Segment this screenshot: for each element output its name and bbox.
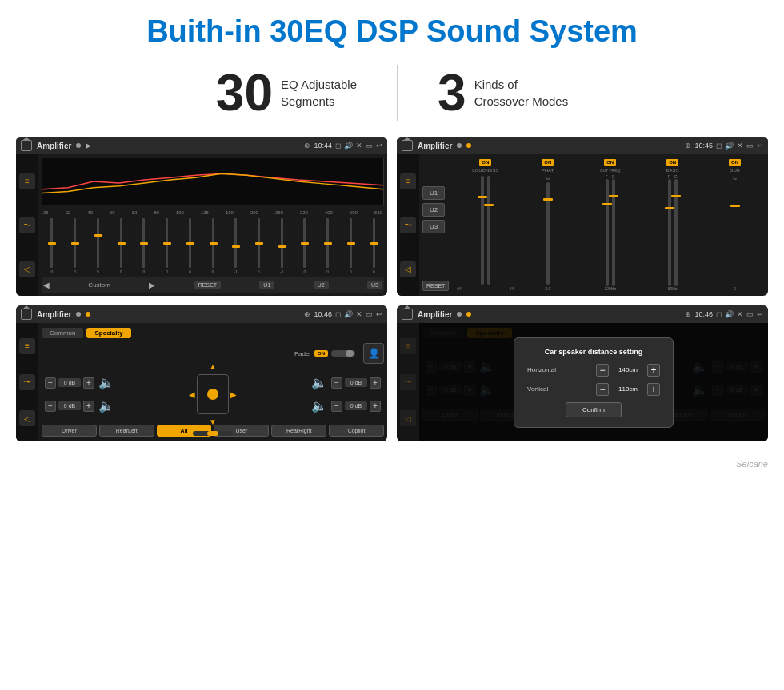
eq-icon-2[interactable]: ≡: [400, 173, 416, 189]
vertical-plus-btn[interactable]: +: [647, 383, 660, 396]
plus-btn-bl[interactable]: +: [83, 401, 94, 412]
back-icon-1[interactable]: ↩: [376, 142, 382, 150]
home-icon-1[interactable]: [21, 140, 32, 151]
eq-slider-8[interactable]: 0: [202, 218, 223, 274]
u1-btn[interactable]: U1: [422, 186, 445, 200]
left-panel-4: ≡ 〜 ◁: [397, 323, 419, 441]
plus-btn-tl[interactable]: +: [83, 377, 94, 389]
home-icon-2[interactable]: [402, 140, 413, 151]
bass-on[interactable]: ON: [666, 159, 678, 166]
horizontal-control: − 140cm +: [596, 364, 660, 377]
confirm-btn[interactable]: Confirm: [566, 402, 622, 417]
cutfreq-on[interactable]: ON: [604, 159, 616, 166]
tab-specialty-3[interactable]: Specialty: [86, 328, 130, 338]
eq-slider-12[interactable]: 0: [294, 218, 315, 274]
rearright-btn[interactable]: RearRight: [271, 425, 326, 437]
volume-icon-3[interactable]: 🔊: [344, 310, 353, 318]
cutfreq-slider-g[interactable]: [612, 179, 615, 286]
eq-prev-btn[interactable]: ◀: [43, 281, 50, 289]
window-icon-3[interactable]: ▭: [366, 310, 373, 318]
freq-100: 100: [176, 210, 184, 215]
eq-u1-btn[interactable]: U1: [259, 281, 274, 289]
section-loudness: ON LOUDNESS 64 64: [455, 159, 515, 291]
minus-btn-bl[interactable]: −: [45, 401, 56, 412]
wave-icon-1[interactable]: 〜: [19, 217, 35, 233]
arrow-right[interactable]: ▶: [230, 390, 237, 399]
plus-btn-br[interactable]: +: [370, 401, 381, 412]
back-icon-4[interactable]: ↩: [757, 310, 763, 318]
eq-u2-btn[interactable]: U2: [314, 281, 329, 289]
driver-btn[interactable]: Driver: [42, 425, 97, 437]
eq-u3-btn[interactable]: U3: [367, 281, 382, 289]
eq-slider-6[interactable]: 0: [157, 218, 178, 274]
arrow-left[interactable]: ◀: [189, 390, 195, 399]
loudness-on[interactable]: ON: [479, 159, 491, 166]
play-icon-1[interactable]: ▶: [86, 142, 91, 150]
minus-btn-tl[interactable]: −: [45, 377, 56, 389]
window-icon-2[interactable]: ▭: [746, 142, 754, 150]
back-icon-2[interactable]: ↩: [757, 142, 763, 150]
close-icon-4[interactable]: ✕: [737, 310, 743, 318]
arrow-down[interactable]: ▼: [209, 417, 217, 426]
eq-next-btn[interactable]: ▶: [149, 281, 155, 289]
home-icon-4[interactable]: [402, 309, 413, 320]
eq-slider-15[interactable]: 0: [363, 218, 384, 274]
eq-slider-9[interactable]: -1: [226, 218, 246, 274]
wave-icon-3[interactable]: 〜: [19, 374, 35, 390]
volume-icon-4[interactable]: 🔊: [725, 310, 734, 318]
sub-on[interactable]: ON: [729, 159, 741, 166]
eq-slider-7[interactable]: 0: [179, 218, 200, 274]
horizontal-plus-btn[interactable]: +: [647, 364, 660, 377]
person-icon-3[interactable]: 👤: [363, 343, 384, 364]
window-icon-1[interactable]: ▭: [366, 142, 373, 150]
fader-slider[interactable]: [331, 350, 355, 357]
close-icon-1[interactable]: ✕: [356, 142, 362, 150]
phat-slider-1[interactable]: [546, 182, 550, 285]
plus-btn-tr[interactable]: +: [370, 377, 381, 389]
eq-slider-2[interactable]: 0: [65, 218, 86, 274]
speaker-icon-3[interactable]: ◁: [19, 410, 35, 426]
eq-slider-10[interactable]: 0: [249, 218, 270, 274]
eq-slider-4[interactable]: 0: [110, 218, 131, 274]
bottom-fader[interactable]: [193, 431, 233, 436]
minus-btn-br[interactable]: −: [331, 401, 342, 412]
loudness-slider-1[interactable]: [481, 176, 484, 285]
horizontal-minus-btn[interactable]: −: [596, 364, 609, 377]
status-bar-3: Amplifier ⊕ 10:46 ◻ 🔊 ✕ ▭ ↩: [16, 305, 387, 323]
eq-slider-14[interactable]: 0: [341, 218, 362, 274]
vertical-minus-btn[interactable]: −: [596, 383, 609, 396]
volume-icon-1[interactable]: 🔊: [344, 142, 353, 150]
close-icon-2[interactable]: ✕: [737, 142, 743, 150]
close-icon-3[interactable]: ✕: [356, 310, 362, 318]
bass-label: BASS: [666, 168, 679, 173]
eq-icon-1[interactable]: ≡: [19, 173, 35, 189]
eq-reset-btn[interactable]: RESET: [194, 281, 221, 289]
eq-icon-3[interactable]: ≡: [19, 338, 35, 354]
volume-icon-2[interactable]: 🔊: [725, 142, 734, 150]
wave-icon-2[interactable]: 〜: [400, 217, 416, 233]
rearleft-btn[interactable]: RearLeft: [99, 425, 154, 437]
arrow-up[interactable]: ▲: [209, 362, 217, 371]
bass-slider-g[interactable]: [674, 179, 678, 286]
loudness-slider-2[interactable]: [487, 176, 490, 285]
eq-slider-11[interactable]: -1: [271, 218, 292, 274]
back-icon-3[interactable]: ↩: [376, 310, 382, 318]
speaker-icon-2[interactable]: ◁: [400, 261, 416, 277]
eq-slider-1[interactable]: 0: [42, 218, 62, 274]
reset-btn-cross[interactable]: RESET: [422, 281, 449, 291]
eq-slider-3[interactable]: 5: [87, 218, 108, 274]
freq-40: 40: [87, 210, 93, 215]
minus-btn-tr[interactable]: −: [331, 377, 342, 389]
tab-common-3[interactable]: Common: [42, 328, 83, 338]
copilot-btn[interactable]: Copilot: [329, 425, 384, 437]
home-icon-3[interactable]: [21, 309, 32, 320]
window-icon-4[interactable]: ▭: [746, 310, 754, 318]
stat-eq-number: 30: [216, 67, 273, 118]
fader-on[interactable]: ON: [314, 350, 328, 357]
u3-btn[interactable]: U3: [422, 220, 445, 233]
u2-btn[interactable]: U2: [422, 203, 445, 217]
eq-slider-13[interactable]: 0: [318, 218, 338, 274]
eq-slider-5[interactable]: 0: [134, 218, 154, 274]
speaker-icon-1[interactable]: ◁: [19, 261, 35, 277]
phat-on[interactable]: ON: [542, 159, 554, 166]
